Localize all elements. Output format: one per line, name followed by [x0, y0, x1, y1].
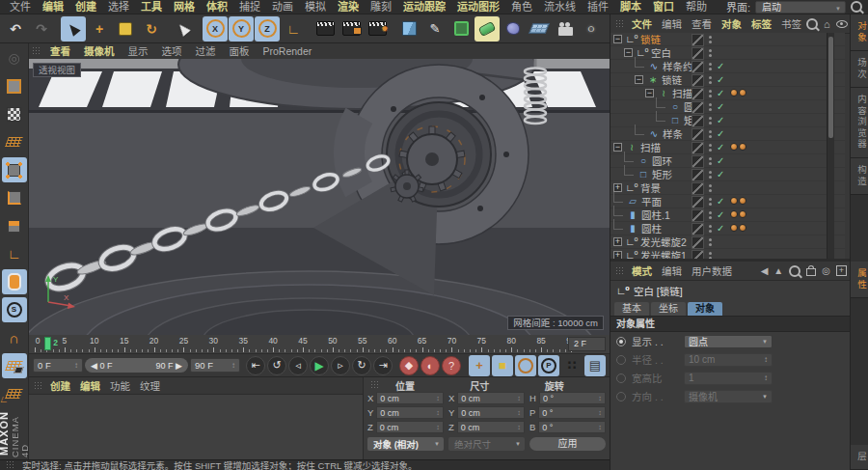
menu-窗口[interactable]: 窗口 — [647, 0, 680, 14]
key-radio-icon[interactable] — [616, 337, 626, 346]
live-selection-button[interactable] — [61, 16, 86, 41]
editor-render-dots[interactable] — [709, 238, 712, 241]
lock-z-axis-button[interactable]: Z — [255, 16, 280, 41]
editor-render-dots[interactable] — [709, 117, 712, 120]
editor-render-dots[interactable] — [709, 157, 712, 160]
tree-row-平面[interactable]: ▱平面✓ — [610, 195, 845, 208]
coord-value-field[interactable]: 0 cm↕ — [376, 392, 444, 404]
lock-x-axis-button[interactable]: X — [203, 16, 228, 41]
om-menu-对象[interactable]: 对象 — [717, 16, 746, 31]
viewport-scene[interactable]: Y X — [29, 59, 610, 335]
recent-tool-button[interactable] — [171, 16, 196, 41]
attr-tab-坐标[interactable]: 坐标 — [651, 302, 686, 316]
am-menu-用户数据[interactable]: 用户数据 — [687, 263, 737, 278]
collapse-toggle-icon[interactable]: − — [635, 75, 643, 84]
enabled-check-icon[interactable]: ✓ — [717, 195, 724, 208]
apply-button[interactable]: 应用 — [529, 437, 606, 451]
lock-y-axis-button[interactable]: Y — [229, 16, 254, 41]
editor-render-dots[interactable] — [709, 49, 712, 52]
menu-工具[interactable]: 工具 — [135, 0, 168, 14]
stepper-arrows-icon[interactable]: ↕ — [598, 423, 602, 431]
tree-row-圆环[interactable]: ○圆环✓ — [610, 154, 845, 168]
enabled-check-icon[interactable]: ✓ — [717, 100, 724, 114]
render-picture-viewer-button[interactable] — [339, 16, 364, 41]
viewport-menu-显示[interactable]: 显示 — [122, 43, 155, 59]
tag-icon[interactable] — [739, 89, 746, 97]
search-icon[interactable] — [789, 265, 800, 277]
menu-创建[interactable]: 创建 — [69, 0, 102, 14]
record-point-level-toggle[interactable]: ∷ — [561, 355, 583, 376]
stepper-arrows-icon[interactable]: ↕ — [517, 423, 521, 431]
visibility-toggle[interactable] — [692, 155, 704, 168]
stepper-arrows-icon[interactable]: ↕ — [764, 355, 768, 364]
attr-tab-基本[interactable]: 基本 — [614, 302, 649, 316]
enabled-check-icon[interactable]: ✓ — [717, 114, 724, 127]
autokeying-button[interactable]: ◐ — [420, 356, 440, 375]
menu-渲染[interactable]: 渲染 — [332, 0, 365, 14]
menu-文件[interactable]: 文件 — [4, 0, 37, 14]
history-back-icon[interactable]: ◀ — [761, 265, 769, 276]
tag-icon[interactable] — [739, 210, 746, 218]
coord-value-field[interactable]: 0 cm↕ — [376, 406, 444, 419]
attr-dropdown[interactable]: 圆点 — [684, 335, 773, 348]
coord-value-field[interactable]: 0 °↕ — [538, 406, 606, 419]
om-menu-查看[interactable]: 查看 — [687, 16, 717, 31]
stepper-arrows-icon[interactable]: ↕ — [436, 423, 440, 431]
menu-流水线[interactable]: 流水线 — [538, 0, 582, 14]
lock-workplane-button[interactable] — [2, 353, 27, 378]
jump-end-button[interactable]: ⇥ — [373, 356, 393, 375]
editor-render-dots[interactable] — [709, 90, 712, 93]
stepper-arrows-icon[interactable]: ↕ — [517, 408, 521, 417]
visibility-toggle[interactable] — [692, 61, 704, 73]
enabled-check-icon[interactable]: ✓ — [717, 154, 724, 168]
menu-运动图形[interactable]: 运动图形 — [451, 0, 505, 14]
coordinate-system-button[interactable]: ∟ — [281, 16, 306, 41]
render-settings-button[interactable] — [365, 16, 390, 41]
stepper-arrows-icon[interactable]: ↕ — [598, 394, 602, 402]
material-menu-纹理[interactable]: 纹理 — [135, 378, 165, 393]
tree-row-圆柱.1[interactable]: ▮圆柱.1✓ — [610, 208, 845, 222]
playhead[interactable] — [44, 337, 51, 350]
planar-workplane-button[interactable] — [2, 381, 27, 406]
viewport-menu-面板[interactable]: 面板 — [223, 43, 257, 59]
am-menu-编辑[interactable]: 编辑 — [657, 263, 687, 278]
tree-row-锁链[interactable]: −∟⁰锁链 — [610, 33, 845, 46]
scrollbar-thumb[interactable] — [828, 37, 833, 138]
next-frame-button[interactable]: ▹ — [331, 356, 350, 375]
tree-row-样条[interactable]: ∿样条✓ — [610, 127, 845, 141]
coord-value-field[interactable]: 0 cm↕ — [457, 392, 525, 404]
editor-render-dots[interactable] — [709, 76, 712, 79]
enabled-check-icon[interactable]: ✓ — [717, 168, 724, 181]
add-camera-button[interactable] — [553, 16, 578, 41]
stepper-arrows-icon[interactable]: ↕ — [74, 361, 78, 370]
visibility-toggle[interactable] — [692, 74, 704, 87]
undo-button[interactable]: ↶ — [3, 16, 28, 41]
material-menu-编辑[interactable]: 编辑 — [75, 378, 105, 393]
menu-体积[interactable]: 体积 — [201, 0, 233, 14]
viewport-menu-过滤[interactable]: 过滤 — [189, 43, 223, 59]
menu-插件[interactable]: 插件 — [582, 0, 614, 14]
visibility-toggle[interactable] — [692, 196, 704, 208]
om-menu-标签[interactable]: 标签 — [746, 16, 776, 31]
visibility-toggle[interactable] — [692, 223, 704, 235]
editor-render-dots[interactable] — [709, 171, 712, 174]
interface-dropdown[interactable]: 启动 — [755, 1, 846, 14]
menu-雕刻[interactable]: 雕刻 — [365, 0, 397, 14]
record-keyframe-button[interactable]: ◆ — [399, 356, 419, 375]
om-menu-书签[interactable]: 书签 — [776, 16, 806, 31]
add-volume-button[interactable] — [501, 16, 526, 41]
enabled-check-icon[interactable]: ✓ — [717, 141, 724, 154]
drag-grip-icon[interactable] — [32, 46, 41, 56]
frame-ruler[interactable]: 0510152025303540455055606570758085902 — [32, 335, 570, 353]
coord-value-field[interactable]: 0 cm↕ — [376, 421, 444, 433]
coord-value-field[interactable]: 0 cm↕ — [457, 421, 525, 433]
editor-render-dots[interactable] — [709, 130, 712, 133]
current-frame-field[interactable]: 2 F — [568, 337, 606, 351]
enabled-check-icon[interactable]: ✓ — [717, 87, 724, 100]
side-tab-场次[interactable]: 场次 — [851, 51, 868, 88]
add-light-button[interactable]: ○ — [579, 16, 604, 41]
tag-icon[interactable] — [730, 143, 738, 151]
scale-button[interactable] — [113, 16, 138, 41]
side-tab-构造[interactable]: 构造 — [851, 158, 868, 195]
range-start-field[interactable]: 0 F↕ — [33, 358, 83, 373]
